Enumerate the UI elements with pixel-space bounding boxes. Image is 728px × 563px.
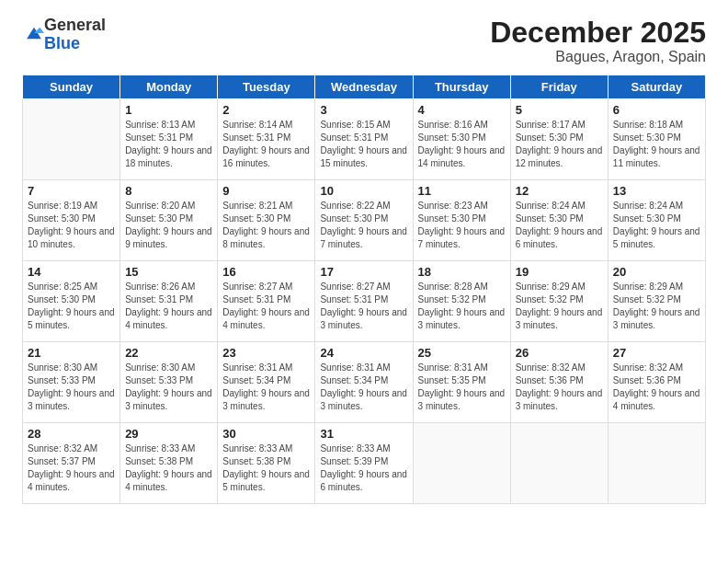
cell-info: Sunrise: 8:27 AMSunset: 5:31 PMDaylight:… <box>222 281 310 332</box>
cell-day-number: 13 <box>613 184 700 198</box>
sunrise-text: Sunrise: 8:13 AM <box>125 119 212 132</box>
sunrise-text: Sunrise: 8:33 AM <box>222 442 310 455</box>
cell-info: Sunrise: 8:31 AMSunset: 5:34 PMDaylight:… <box>222 362 310 413</box>
cell-info: Sunrise: 8:27 AMSunset: 5:31 PMDaylight:… <box>320 281 407 332</box>
calendar-week-row: 28Sunrise: 8:32 AMSunset: 5:37 PMDayligh… <box>23 423 706 504</box>
cell-day-number: 26 <box>516 346 603 360</box>
daylight-text: Daylight: 9 hours and 7 minutes. <box>320 225 407 251</box>
sunrise-text: Sunrise: 8:17 AM <box>516 119 603 132</box>
table-row: 7Sunrise: 8:19 AMSunset: 5:30 PMDaylight… <box>23 180 120 261</box>
sunset-text: Sunset: 5:30 PM <box>320 213 407 225</box>
table-row: 10Sunrise: 8:22 AMSunset: 5:30 PMDayligh… <box>315 180 413 261</box>
sunset-text: Sunset: 5:33 PM <box>125 374 212 387</box>
daylight-text: Daylight: 9 hours and 3 minutes. <box>320 387 407 413</box>
cell-day-number: 30 <box>222 427 310 441</box>
sunset-text: Sunset: 5:32 PM <box>613 293 700 306</box>
cell-info: Sunrise: 8:33 AMSunset: 5:39 PMDaylight:… <box>320 442 407 494</box>
daylight-text: Daylight: 9 hours and 6 minutes. <box>516 225 603 251</box>
sunset-text: Sunset: 5:32 PM <box>418 293 506 306</box>
sunset-text: Sunset: 5:37 PM <box>28 455 115 468</box>
daylight-text: Daylight: 9 hours and 5 minutes. <box>222 468 310 494</box>
table-row: 30Sunrise: 8:33 AMSunset: 5:38 PMDayligh… <box>218 423 315 504</box>
sunset-text: Sunset: 5:30 PM <box>613 213 700 225</box>
table-row: 15Sunrise: 8:26 AMSunset: 5:31 PMDayligh… <box>120 261 218 342</box>
cell-day-number: 8 <box>125 184 212 198</box>
calendar-body: 1Sunrise: 8:13 AMSunset: 5:31 PMDaylight… <box>23 99 706 504</box>
cell-day-number: 12 <box>516 184 603 198</box>
page-subtitle: Bagues, Aragon, Spain <box>490 49 706 65</box>
col-saturday: Saturday <box>608 75 705 99</box>
sunset-text: Sunset: 5:30 PM <box>418 132 506 144</box>
sunset-text: Sunset: 5:30 PM <box>516 132 603 144</box>
cell-info: Sunrise: 8:24 AMSunset: 5:30 PMDaylight:… <box>613 200 700 251</box>
cell-info: Sunrise: 8:18 AMSunset: 5:30 PMDaylight:… <box>613 119 700 170</box>
sunset-text: Sunset: 5:30 PM <box>28 213 115 225</box>
daylight-text: Daylight: 9 hours and 3 minutes. <box>28 387 115 413</box>
table-row: 5Sunrise: 8:17 AMSunset: 5:30 PMDaylight… <box>510 99 608 180</box>
page: General Blue December 2025 Bagues, Arago… <box>0 0 728 563</box>
daylight-text: Daylight: 9 hours and 6 minutes. <box>320 468 407 494</box>
cell-day-number: 11 <box>418 184 506 198</box>
cell-day-number: 1 <box>125 103 212 117</box>
cell-info: Sunrise: 8:26 AMSunset: 5:31 PMDaylight:… <box>125 281 212 332</box>
sunrise-text: Sunrise: 8:26 AM <box>125 281 212 293</box>
col-friday: Friday <box>510 75 608 99</box>
col-wednesday: Wednesday <box>315 75 413 99</box>
cell-day-number: 27 <box>613 346 700 360</box>
cell-day-number: 28 <box>28 427 115 441</box>
cell-info: Sunrise: 8:32 AMSunset: 5:36 PMDaylight:… <box>516 362 603 413</box>
cell-info: Sunrise: 8:33 AMSunset: 5:38 PMDaylight:… <box>222 442 310 494</box>
table-row <box>413 423 510 504</box>
cell-info: Sunrise: 8:30 AMSunset: 5:33 PMDaylight:… <box>125 362 212 413</box>
cell-info: Sunrise: 8:15 AMSunset: 5:31 PMDaylight:… <box>320 119 407 170</box>
daylight-text: Daylight: 9 hours and 12 minutes. <box>516 144 603 170</box>
calendar-week-row: 1Sunrise: 8:13 AMSunset: 5:31 PMDaylight… <box>23 99 706 180</box>
table-row: 17Sunrise: 8:27 AMSunset: 5:31 PMDayligh… <box>315 261 413 342</box>
sunset-text: Sunset: 5:31 PM <box>125 293 212 306</box>
sunset-text: Sunset: 5:35 PM <box>418 374 506 387</box>
sunset-text: Sunset: 5:33 PM <box>28 374 115 387</box>
table-row: 4Sunrise: 8:16 AMSunset: 5:30 PMDaylight… <box>413 99 510 180</box>
table-row: 25Sunrise: 8:31 AMSunset: 5:35 PMDayligh… <box>413 342 510 423</box>
sunrise-text: Sunrise: 8:33 AM <box>125 442 212 455</box>
sunset-text: Sunset: 5:31 PM <box>222 132 310 144</box>
sunrise-text: Sunrise: 8:24 AM <box>516 200 603 213</box>
cell-day-number: 29 <box>125 427 212 441</box>
sunrise-text: Sunrise: 8:18 AM <box>613 119 700 132</box>
cell-info: Sunrise: 8:32 AMSunset: 5:36 PMDaylight:… <box>613 362 700 413</box>
daylight-text: Daylight: 9 hours and 3 minutes. <box>516 387 603 413</box>
cell-day-number: 14 <box>28 265 115 279</box>
daylight-text: Daylight: 9 hours and 8 minutes. <box>222 225 310 251</box>
cell-info: Sunrise: 8:22 AMSunset: 5:30 PMDaylight:… <box>320 200 407 251</box>
cell-info: Sunrise: 8:31 AMSunset: 5:34 PMDaylight:… <box>320 362 407 413</box>
daylight-text: Daylight: 9 hours and 4 minutes. <box>28 468 115 494</box>
daylight-text: Daylight: 9 hours and 3 minutes. <box>125 387 212 413</box>
cell-info: Sunrise: 8:29 AMSunset: 5:32 PMDaylight:… <box>516 281 603 332</box>
daylight-text: Daylight: 9 hours and 5 minutes. <box>28 306 115 332</box>
table-row: 26Sunrise: 8:32 AMSunset: 5:36 PMDayligh… <box>510 342 608 423</box>
table-row: 22Sunrise: 8:30 AMSunset: 5:33 PMDayligh… <box>120 342 218 423</box>
daylight-text: Daylight: 9 hours and 4 minutes. <box>613 387 700 413</box>
cell-day-number: 10 <box>320 184 407 198</box>
cell-info: Sunrise: 8:28 AMSunset: 5:32 PMDaylight:… <box>418 281 506 332</box>
cell-info: Sunrise: 8:29 AMSunset: 5:32 PMDaylight:… <box>613 281 700 332</box>
sunrise-text: Sunrise: 8:31 AM <box>418 362 506 374</box>
sunset-text: Sunset: 5:34 PM <box>320 374 407 387</box>
cell-day-number: 25 <box>418 346 506 360</box>
calendar-week-row: 14Sunrise: 8:25 AMSunset: 5:30 PMDayligh… <box>23 261 706 342</box>
cell-day-number: 7 <box>28 184 115 198</box>
sunset-text: Sunset: 5:30 PM <box>613 132 700 144</box>
cell-day-number: 31 <box>320 427 407 441</box>
daylight-text: Daylight: 9 hours and 4 minutes. <box>222 306 310 332</box>
table-row: 28Sunrise: 8:32 AMSunset: 5:37 PMDayligh… <box>23 423 120 504</box>
cell-day-number: 9 <box>222 184 310 198</box>
table-row <box>510 423 608 504</box>
sunrise-text: Sunrise: 8:29 AM <box>516 281 603 293</box>
cell-info: Sunrise: 8:30 AMSunset: 5:33 PMDaylight:… <box>28 362 115 413</box>
cell-info: Sunrise: 8:16 AMSunset: 5:30 PMDaylight:… <box>418 119 506 170</box>
cell-day-number: 24 <box>320 346 407 360</box>
table-row: 9Sunrise: 8:21 AMSunset: 5:30 PMDaylight… <box>218 180 315 261</box>
sunset-text: Sunset: 5:30 PM <box>28 293 115 306</box>
logo-icon <box>24 23 44 43</box>
cell-info: Sunrise: 8:25 AMSunset: 5:30 PMDaylight:… <box>28 281 115 332</box>
